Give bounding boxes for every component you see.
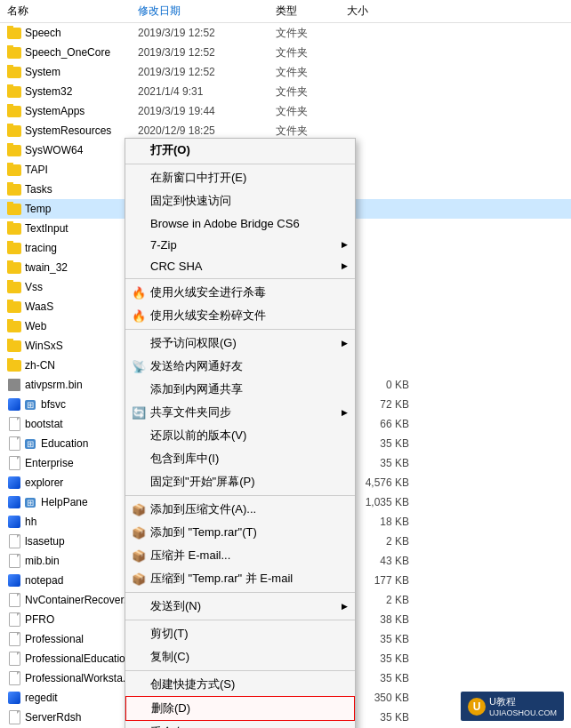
file-size: 2 KB — [347, 535, 418, 548]
context-menu-item-add-zip[interactable]: 📦添加到压缩文件(A)... — [125, 498, 355, 521]
table-row[interactable]: Speech 2019/3/19 12:52 文件夹 — [0, 23, 571, 43]
file-name: ⊞HelpPane — [0, 495, 138, 509]
file-name: ServerRdsh — [0, 710, 138, 724]
file-date: 2019/3/19 12:52 — [138, 27, 276, 39]
file-size: 177 KB — [347, 574, 418, 587]
context-menu-item-pin-quick[interactable]: 固定到快速访问 — [125, 189, 355, 212]
fire-icon: 🔥 — [131, 284, 147, 300]
file-icon — [9, 417, 20, 431]
context-menu-item-add-temp-rar[interactable]: 📦添加到 "Temp.rar"(T) — [125, 521, 355, 544]
context-menu-item-open-new-window[interactable]: 在新窗口中打开(E) — [125, 166, 355, 189]
file-name: WinSxS — [0, 339, 138, 353]
file-icon — [9, 652, 20, 666]
context-menu-item-open[interactable]: 打开(O) — [125, 139, 355, 162]
table-row[interactable]: Speech_OneCore 2019/3/19 12:52 文件夹 — [0, 43, 571, 62]
table-row[interactable]: System 2019/3/19 12:52 文件夹 — [0, 62, 571, 82]
file-icon — [9, 632, 20, 646]
header-date[interactable]: 修改日期 — [138, 4, 276, 19]
folder-icon — [7, 47, 21, 59]
file-name: System — [0, 65, 138, 79]
file-size: 35 KB — [347, 457, 418, 469]
exe-icon — [8, 516, 20, 528]
folder-icon — [7, 243, 21, 254]
file-date: 2019/3/19 12:52 — [138, 46, 276, 59]
context-menu-item-create-shortcut[interactable]: 创建快捷方式(S) — [125, 673, 355, 696]
context-menu-item-cut[interactable]: 剪切(T) — [125, 622, 355, 645]
context-menu-item-browse-bridge[interactable]: Browse in Adobe Bridge CS6 — [125, 212, 355, 234]
file-name: Speech_OneCore — [0, 45, 138, 60]
zip-icon: 📦 — [131, 571, 147, 587]
file-size: 2 KB — [347, 594, 418, 606]
file-name: Vss — [0, 280, 138, 294]
zip-icon: 📦 — [131, 501, 147, 517]
file-icon — [9, 554, 20, 568]
context-menu-item-copy[interactable]: 复制(C) — [125, 645, 355, 668]
file-name: Tasks — [0, 182, 138, 196]
menu-separator — [125, 592, 355, 593]
context-menu-item-delete[interactable]: 删除(D) — [125, 696, 355, 721]
file-name: Speech — [0, 26, 138, 40]
table-row[interactable]: System32 2021/1/4 9:31 文件夹 — [0, 82, 571, 101]
file-name: ProfessionalEducatio... — [0, 652, 138, 666]
fire-icon: 🔥 — [131, 308, 147, 324]
context-menu-item-pin-start[interactable]: 固定到"开始"屏幕(P) — [125, 470, 355, 493]
file-name: Enterprise — [0, 456, 138, 470]
folder-icon — [7, 340, 21, 352]
folder-icon — [7, 28, 21, 39]
context-menu-item-include-library[interactable]: 包含到库中(I) — [125, 447, 355, 470]
file-name: PFRO — [0, 612, 138, 627]
header-name[interactable]: 名称 — [0, 4, 138, 19]
file-name: mib.bin — [0, 554, 138, 568]
file-icon — [9, 593, 20, 607]
file-name: explorer — [0, 476, 138, 490]
context-menu: 打开(O)在新窗口中打开(E)固定到快速访问Browse in Adobe Br… — [125, 138, 356, 728]
bin-icon — [8, 379, 20, 391]
context-menu-item-sync[interactable]: 🔄共享文件夹同步 — [125, 401, 355, 424]
file-name: TAPI — [0, 163, 138, 177]
file-name: SystemApps — [0, 104, 138, 118]
exe-icon — [8, 574, 20, 587]
exe-icon — [8, 476, 20, 489]
context-menu-item-rename[interactable]: 重命名(M) — [125, 721, 355, 728]
file-type: 文件夹 — [276, 104, 347, 119]
menu-separator — [125, 278, 355, 279]
file-size: 350 KB — [347, 692, 418, 704]
watermark-text: U教程 UJIAOSHOU.COM — [489, 695, 557, 717]
context-menu-item-7zip[interactable]: 7-Zip — [125, 234, 355, 255]
file-icon — [9, 436, 20, 451]
file-type: 文件夹 — [276, 65, 347, 80]
file-name: twain_32 — [0, 260, 138, 275]
file-name: SysWOW64 — [0, 143, 138, 157]
header-type[interactable]: 类型 — [276, 4, 347, 19]
file-name: regedit — [0, 691, 138, 705]
file-name: Web — [0, 319, 138, 333]
file-name: ⊞Education — [0, 436, 138, 451]
file-size: 18 KB — [347, 516, 418, 528]
file-size: 0 KB — [347, 379, 418, 391]
context-menu-item-huo2[interactable]: 🔥使用火绒安全粉碎文件 — [125, 304, 355, 327]
menu-separator — [125, 164, 355, 164]
file-size: 35 KB — [347, 437, 418, 450]
context-menu-item-huo1[interactable]: 🔥使用火绒安全进行杀毒 — [125, 281, 355, 304]
file-size: 35 KB — [347, 672, 418, 684]
exe-icon — [8, 398, 20, 411]
watermark-icon: U — [468, 698, 486, 716]
context-menu-item-compress-temp-email[interactable]: 📦压缩到 "Temp.rar" 并 E-mail — [125, 567, 355, 590]
header-size[interactable]: 大小 — [347, 4, 418, 19]
file-size: 4,576 KB — [347, 476, 418, 489]
context-menu-item-send-to[interactable]: 发送到(N) — [125, 595, 355, 618]
file-type: 文件夹 — [276, 26, 347, 41]
file-name: notepad — [0, 573, 138, 588]
context-menu-item-grant-access[interactable]: 授予访问权限(G) — [125, 332, 355, 355]
context-menu-item-restore[interactable]: 还原以前的版本(V) — [125, 424, 355, 447]
context-menu-item-send-friend[interactable]: 📡发送给内网通好友 — [125, 355, 355, 378]
context-menu-item-compress-email[interactable]: 📦压缩并 E-mail... — [125, 544, 355, 567]
exe-icon — [8, 496, 20, 508]
context-menu-item-add-net-share[interactable]: 添加到内网通共享 — [125, 378, 355, 401]
net-icon: 📡 — [131, 358, 147, 374]
context-menu-item-crc-sha[interactable]: CRC SHA — [125, 255, 355, 276]
exe-icon — [8, 692, 20, 704]
table-row[interactable]: SystemApps 2019/3/19 19:44 文件夹 — [0, 101, 571, 121]
file-name: zh-CN — [0, 358, 138, 372]
folder-icon — [7, 360, 21, 372]
